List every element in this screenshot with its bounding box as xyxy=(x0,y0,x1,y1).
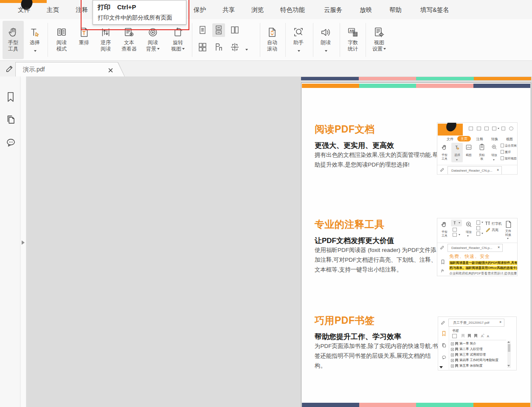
mini-reflow-icon xyxy=(501,150,504,154)
layout-dropdown-caret[interactable] xyxy=(245,45,248,53)
thumbnail-reading-pdf: 文件 主页 注释 转换 视图 手型 工具 选择 截图 剪贴 板 缩 xyxy=(437,122,518,175)
mini-scroll-down-icon xyxy=(439,366,443,368)
word-count-icon: AB xyxy=(347,23,359,38)
document-tab[interactable]: 演示.pdf xyxy=(15,62,125,76)
mini-undo-icon xyxy=(509,127,513,130)
mini-scrollbar-thumb xyxy=(508,344,510,352)
mini-bookmark-item: 第四章 工作时间与考勤制度 xyxy=(451,358,498,362)
chevron-down-icon xyxy=(182,48,185,50)
reverse-read-button[interactable]: 逆序 阅读 xyxy=(96,21,116,59)
read-aloud-button[interactable]: 朗读 xyxy=(315,21,336,59)
menu-tab-protect[interactable]: 保护 xyxy=(194,6,206,14)
menu-tab-file[interactable]: 文件 xyxy=(18,6,30,14)
text-viewer-button[interactable]: 文本 查看器 xyxy=(118,21,141,59)
hand-tool-button[interactable]: 手型 工具 xyxy=(3,21,24,59)
section-1-subheading: 更强大、更实用、更高效 xyxy=(315,141,394,150)
rotate-page-icon xyxy=(172,23,184,38)
mini-document-tab: Datasheet_Reader_CN.p... xyxy=(448,166,502,175)
svg-text:A: A xyxy=(487,334,490,338)
chevron-down-icon xyxy=(498,128,499,129)
menu-tab-comment[interactable]: 注释 xyxy=(76,6,88,14)
chevron-down-icon xyxy=(459,222,460,223)
mini-menu-file: 文件 xyxy=(447,137,453,141)
previous-page-fragment xyxy=(301,77,531,80)
read-mode-label: 阅读 模式 xyxy=(56,40,67,52)
section-3-subheading: 帮助您提升工作、学习效率 xyxy=(315,332,401,342)
section-2-subheading: 让PDF文档发挥更大价值 xyxy=(315,236,394,246)
chevron-down-icon xyxy=(325,50,327,52)
pages-panel-icon[interactable] xyxy=(5,114,16,125)
document-viewport[interactable]: 阅读PDF文档 更强大、更实用、更高效 拥有出色的文档渲染效果,强大的页面管理功… xyxy=(26,76,532,407)
mini-file-convert-label: 文件 转换 xyxy=(503,229,514,237)
view-settings-button[interactable]: 视图 设置 xyxy=(368,21,391,59)
mini-highlight-label: 高亮 xyxy=(492,228,498,232)
panel-strip xyxy=(21,76,26,407)
mini-mail-icon xyxy=(492,127,496,130)
word-count-button[interactable]: AB 字数 统计 xyxy=(342,21,364,59)
rotate-view-label: 旋转 视图 xyxy=(171,40,185,52)
auto-scroll-label: 自动 滚动 xyxy=(267,40,277,52)
mini-menu-home-active: 主页 xyxy=(457,136,471,141)
mini-bookmark-icon xyxy=(468,334,471,338)
tooltip-description: 打印文件中的部分或所有页面 xyxy=(98,14,181,22)
menu-tab-features[interactable]: 特色功能 xyxy=(280,6,305,14)
comments-panel-icon[interactable] xyxy=(5,137,16,148)
mini-document-tab: Datasheet_Reader_CN.p... xyxy=(448,244,503,252)
thumbnail-bookmarks: 员工手册_20120917.pdf × 书签 A A 第一章 简介 xyxy=(438,317,517,370)
reflow-button[interactable]: 重排 xyxy=(74,21,94,59)
chevron-down-icon xyxy=(481,233,483,234)
menu-tab-slideshow[interactable]: 放映 xyxy=(360,6,372,14)
read-aloud-label: 朗读 xyxy=(321,40,331,46)
select-button[interactable]: 选择 xyxy=(25,21,44,59)
layout-quad-button[interactable] xyxy=(196,40,209,54)
close-tab-icon[interactable] xyxy=(108,67,113,74)
divider xyxy=(437,243,518,243)
mini-rotate-label: 旋转视图 xyxy=(505,157,518,161)
auto-scroll-button[interactable]: 自动 滚动 xyxy=(262,21,283,59)
assistant-button[interactable]: 助手 xyxy=(288,21,309,59)
rotate-view-button[interactable]: 旋转 视图 xyxy=(166,21,189,59)
menu-tab-cloud[interactable]: 云服务 xyxy=(324,6,343,14)
mini-scroll-up-icon xyxy=(507,341,510,343)
expand-panel-arrow[interactable] xyxy=(22,240,25,245)
layout-cover-facing-button[interactable] xyxy=(212,40,225,54)
mini-select-label: 选择 xyxy=(453,153,462,157)
layout-split-button[interactable] xyxy=(228,40,241,54)
chevron-down-icon xyxy=(507,238,509,239)
layout-continuous-button[interactable] xyxy=(212,23,225,37)
auto-scroll-icon xyxy=(266,23,278,38)
mini-snapshot-label: 截图 xyxy=(464,153,474,157)
menu-tab-fill-sign[interactable]: 填写&签名 xyxy=(420,6,449,14)
toolbar-separator xyxy=(285,23,286,57)
edit-pencil-icon[interactable] xyxy=(5,64,14,75)
chevron-down-icon xyxy=(456,159,458,161)
thumbnail-annotation-tools: 手型 工具 缩放 打字机 高亮 xyxy=(437,218,518,276)
mini-document-tab: 员工手册_20120917.pdf xyxy=(448,319,504,327)
mini-panel-title: 书签 xyxy=(452,328,459,333)
layout-single-page-button[interactable] xyxy=(196,23,209,37)
read-background-button[interactable]: 阅读 背景 xyxy=(142,21,164,59)
mini-bookmark-item: 第一章 简介 xyxy=(451,342,476,346)
speaker-icon xyxy=(320,23,332,38)
reflow-label: 重排 xyxy=(79,40,89,46)
layout-two-page-button[interactable] xyxy=(228,23,241,37)
menu-tab-help[interactable]: 帮助 xyxy=(389,6,402,14)
chevron-down-icon xyxy=(467,235,469,237)
toolbar-separator xyxy=(192,23,192,57)
mini-page-tool-icon xyxy=(476,232,480,236)
tooltip-title: 打印Ctrl+P xyxy=(98,3,181,11)
menu-tab-home[interactable]: 主页 xyxy=(47,6,59,14)
mini-page-tool-icon xyxy=(476,220,480,225)
menu-tab-share[interactable]: 共享 xyxy=(222,6,235,14)
section-1-heading: 阅读PDF文档 xyxy=(315,123,375,136)
mini-close-icon: × xyxy=(498,246,500,249)
read-mode-button[interactable]: 阅读 模式 xyxy=(51,21,72,59)
mini-fit-page-icon xyxy=(501,144,504,147)
reflow-page-icon xyxy=(78,23,90,38)
bookmarks-panel-icon[interactable] xyxy=(5,91,16,102)
menu-tab-view[interactable]: 浏览 xyxy=(251,6,264,14)
mini-page-icon xyxy=(501,127,505,130)
toolbar-separator xyxy=(340,23,340,57)
toolbar-separator xyxy=(366,23,366,57)
toolbar-separator xyxy=(260,23,260,57)
